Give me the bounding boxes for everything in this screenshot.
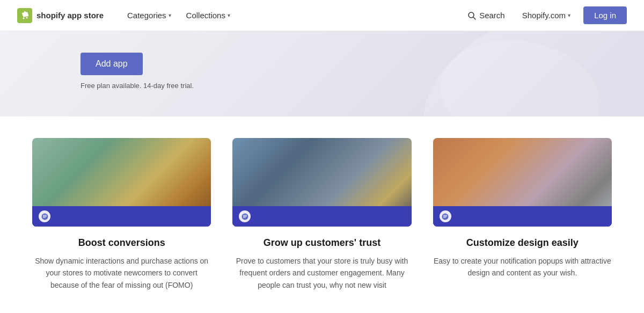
feature-bar-trust (232, 206, 411, 227)
search-button[interactable]: Search (463, 8, 509, 23)
feature-bar-design (433, 206, 612, 227)
feature-desc-conversions: Show dynamic interactions and purchase a… (32, 255, 211, 291)
categories-label: Categories (127, 11, 166, 20)
features-grid: Boost conversions Show dynamic interacti… (32, 138, 612, 291)
feature-card-trust: Grow up customers' trust Prove to custom… (232, 138, 411, 291)
svg-rect-6 (43, 216, 47, 216)
svg-point-2 (26, 17, 28, 18)
search-label: Search (479, 11, 505, 20)
logo-link[interactable]: shopify app store (17, 8, 104, 23)
feature-bar-icon-design (440, 210, 451, 222)
navbar-right: Search Shopify.com ▾ Log in (463, 6, 627, 24)
notification-icon (41, 213, 48, 220)
svg-rect-12 (243, 215, 247, 215)
svg-line-4 (473, 17, 475, 19)
svg-rect-15 (443, 217, 446, 217)
feature-bar-icon-conversions (39, 210, 50, 222)
feature-image-design (433, 138, 612, 227)
feature-title-trust: Grow up customers' trust (264, 237, 380, 249)
feature-card-conversions: Boost conversions Show dynamic interacti… (32, 138, 211, 291)
feature-bar-conversions (32, 206, 211, 227)
svg-rect-8 (43, 215, 47, 215)
search-icon (467, 11, 476, 20)
hero-section: Add app Free plan available. 14-day free… (0, 31, 644, 117)
feature-desc-trust: Prove to customers that your store is tr… (232, 255, 411, 291)
collections-chevron-icon: ▾ (228, 12, 230, 18)
feature-card-design: Customize design easily Easy to create y… (433, 138, 612, 291)
logo-text: shopify app store (36, 11, 104, 20)
add-app-button[interactable]: Add app (80, 53, 143, 75)
nav-menu: Categories ▾ Collections ▾ (121, 8, 237, 23)
collections-label: Collections (186, 11, 225, 20)
shopify-com-button[interactable]: Shopify.com ▾ (518, 8, 575, 23)
login-button[interactable]: Log in (583, 6, 627, 24)
notification-icon-2 (241, 213, 248, 220)
feature-title-conversions: Boost conversions (78, 237, 165, 249)
svg-rect-16 (443, 215, 447, 215)
svg-rect-14 (443, 216, 447, 216)
features-section: Boost conversions Show dynamic interacti… (0, 117, 644, 313)
feature-bar-icon-trust (239, 210, 251, 222)
collections-nav-item[interactable]: Collections ▾ (180, 8, 237, 23)
feature-desc-design: Easy to create your notification popups … (433, 255, 612, 279)
svg-rect-11 (243, 217, 246, 217)
shopify-bag-icon (17, 8, 32, 23)
svg-rect-10 (243, 216, 247, 216)
shopify-com-label: Shopify.com (522, 11, 566, 20)
feature-title-design: Customize design easily (466, 237, 579, 249)
shopify-com-chevron-icon: ▾ (568, 12, 570, 18)
feature-image-conversions (32, 138, 211, 227)
categories-nav-item[interactable]: Categories ▾ (121, 8, 178, 23)
feature-image-trust (232, 138, 411, 227)
notification-icon-3 (442, 213, 449, 220)
svg-point-1 (23, 17, 25, 19)
categories-chevron-icon: ▾ (169, 12, 171, 18)
navbar: shopify app store Categories ▾ Collectio… (0, 0, 644, 31)
svg-rect-7 (43, 217, 46, 217)
